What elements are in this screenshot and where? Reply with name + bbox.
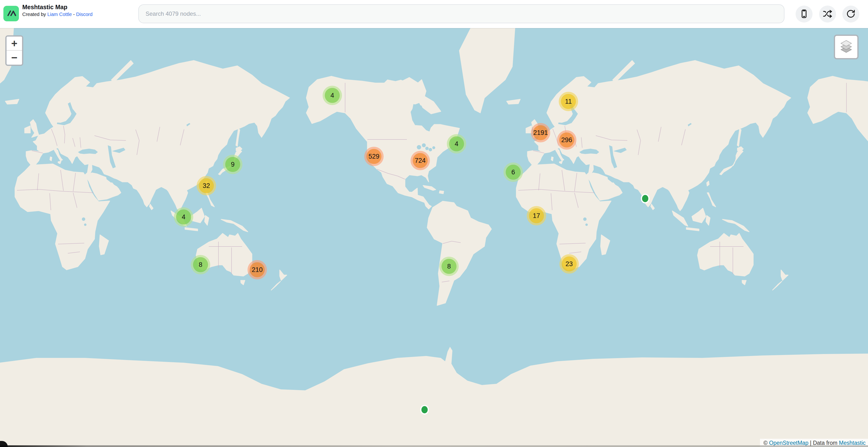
page-title: Meshtastic Map [22, 3, 93, 11]
layers-control[interactable] [834, 35, 859, 59]
screen-edge-shadow [0, 445, 868, 447]
cluster-count: 11 [565, 98, 572, 105]
cluster-marker[interactable]: 11 [559, 92, 578, 111]
cluster-marker[interactable]: 4 [174, 207, 193, 227]
cluster-marker[interactable]: 529 [364, 147, 383, 166]
search-input[interactable] [138, 4, 784, 23]
cluster-count: 6 [511, 168, 515, 176]
title-block: Meshtastic Map Created by Liam Cottle - … [22, 3, 93, 18]
cluster-marker[interactable]: 296 [557, 130, 577, 150]
cluster-count: 23 [565, 260, 573, 268]
node-marker[interactable] [641, 194, 650, 203]
node-marker[interactable] [420, 405, 429, 415]
cluster-marker[interactable]: 4 [447, 134, 466, 154]
random-node-button[interactable] [819, 6, 836, 23]
cluster-count: 529 [368, 153, 379, 160]
app-logo[interactable] [3, 6, 19, 21]
zoom-control: + − [5, 35, 23, 66]
mountains-icon [5, 7, 17, 20]
shuffle-icon [823, 9, 832, 20]
cluster-marker[interactable]: 23 [559, 254, 579, 274]
cluster-marker[interactable]: 6 [503, 162, 523, 182]
cluster-count: 296 [561, 136, 572, 144]
cluster-marker[interactable]: 8 [439, 257, 459, 276]
smartphone-icon [799, 9, 809, 20]
cluster-count: 8 [198, 261, 202, 268]
cluster-marker[interactable]: 4 [322, 86, 342, 105]
layers-icon [839, 40, 854, 54]
cluster-marker[interactable]: 8 [191, 255, 210, 274]
cluster-count: 724 [414, 157, 426, 164]
mobile-app-button[interactable] [796, 6, 812, 23]
cluster-count: 4 [455, 140, 458, 148]
refresh-icon [846, 9, 856, 20]
cluster-count: 2191 [533, 129, 548, 136]
cluster-marker[interactable]: 17 [527, 206, 546, 225]
author-link[interactable]: Liam Cottle [47, 12, 72, 17]
cluster-count: 9 [231, 161, 235, 168]
cluster-count: 17 [533, 212, 540, 220]
byline: Created by Liam Cottle - Discord [22, 11, 93, 18]
discord-link[interactable]: Discord [76, 12, 93, 17]
cluster-count: 4 [182, 213, 185, 221]
byline-separator: - [72, 12, 76, 17]
cluster-count: 210 [252, 266, 262, 274]
cluster-count: 4 [330, 92, 334, 99]
refresh-button[interactable] [842, 6, 859, 23]
cluster-marker[interactable]: 2191 [531, 123, 550, 142]
app-header: Meshtastic Map Created by Liam Cottle - … [0, 0, 868, 28]
byline-prefix: Created by [22, 12, 47, 17]
zoom-in-button[interactable]: + [6, 37, 22, 51]
zoom-out-button[interactable]: − [6, 51, 22, 65]
cluster-count: 8 [447, 263, 451, 270]
cluster-marker[interactable]: 724 [410, 151, 430, 170]
world-map[interactable] [0, 0, 868, 447]
cluster-marker[interactable]: 210 [248, 260, 267, 280]
cluster-marker[interactable]: 9 [223, 155, 242, 174]
cluster-marker[interactable]: 32 [197, 176, 216, 195]
cluster-count: 32 [203, 182, 210, 190]
